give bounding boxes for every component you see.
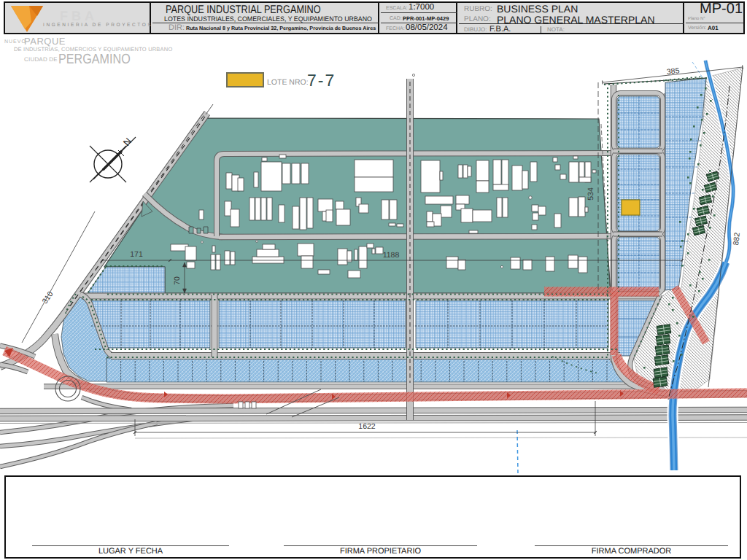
svg-text:310: 310: [41, 290, 55, 306]
svg-text:70: 70: [173, 276, 182, 285]
svg-text:1188: 1188: [383, 251, 400, 260]
svg-text:882: 882: [732, 232, 742, 246]
svg-text:385: 385: [666, 66, 680, 77]
svg-text:171: 171: [130, 250, 143, 259]
svg-text:1622: 1622: [358, 422, 376, 431]
svg-text:N: N: [121, 136, 134, 148]
svg-text:534: 534: [587, 187, 595, 201]
svg-text:FBA: FBA: [60, 9, 98, 23]
